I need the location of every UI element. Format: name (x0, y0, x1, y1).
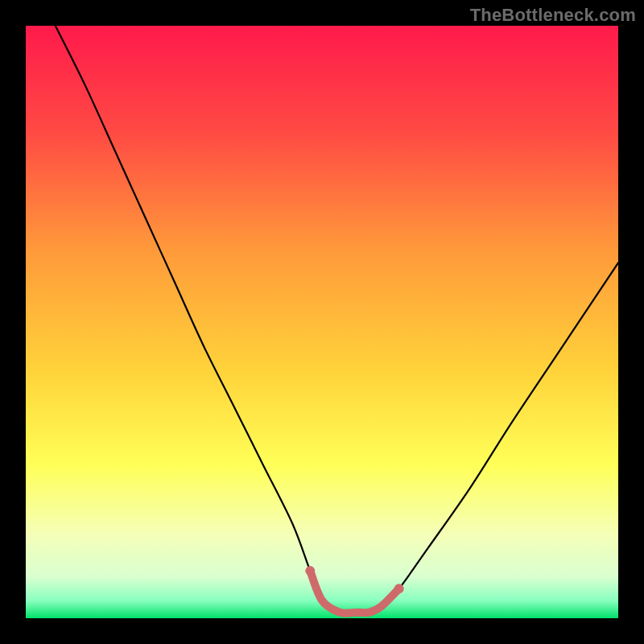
gradient-background (26, 26, 618, 618)
chart-frame (26, 26, 618, 618)
bottleneck-plot (26, 26, 618, 618)
watermark-text: TheBottleneck.com (470, 5, 636, 26)
highlight-end-dot (305, 566, 315, 576)
highlight-end-dot (394, 584, 404, 593)
